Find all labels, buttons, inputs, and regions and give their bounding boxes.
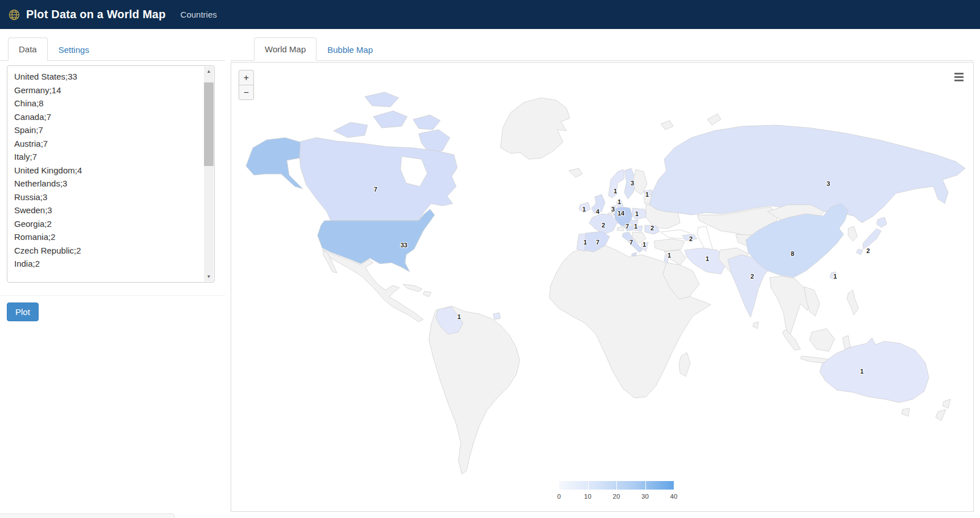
country-value-label: 14 (618, 210, 625, 217)
country-value-label: 1 (583, 239, 587, 246)
zoom-out-button[interactable]: − (239, 85, 254, 100)
zoom-in-button[interactable]: + (239, 70, 254, 85)
tab-data[interactable]: Data (8, 38, 48, 61)
country-value-label: 2 (602, 222, 605, 229)
map-navigation: + − (239, 70, 254, 100)
country-value-label: 7 (596, 239, 599, 246)
navbar: Plot Data on a World Map Countries (0, 0, 980, 29)
country-data-lines: United States;33 Germany;14 China;8 Cana… (7, 66, 214, 275)
divider (0, 295, 225, 296)
legend-gradient-bar (559, 481, 674, 490)
legend-tick-labels: 010203040 (559, 493, 674, 502)
nav-link-countries[interactable]: Countries (181, 10, 217, 19)
legend-tick-label: 30 (641, 493, 649, 500)
country-value-label: 7 (629, 239, 633, 246)
country-value-label: 1 (643, 241, 646, 248)
legend-tick-label: 0 (557, 493, 561, 500)
brand: Plot Data on a World Map (8, 8, 166, 21)
country-value-label: 2 (866, 247, 870, 254)
country-value-label: 4 (596, 208, 600, 215)
country-value-label: 2 (689, 235, 693, 242)
scrollbar-thumb[interactable] (204, 82, 214, 166)
country-value-label: 1 (614, 188, 617, 194)
country-value-label: 1 (668, 252, 671, 259)
country-value-label: 1 (457, 313, 461, 320)
textarea-scrollbar[interactable]: ▲ ▼ (204, 67, 214, 281)
right-panel: World Map Bubble Map + − (231, 38, 974, 512)
tab-bubble-map[interactable]: Bubble Map (316, 38, 383, 61)
country-value-label: 3 (611, 206, 615, 213)
tab-world-map[interactable]: World Map (254, 38, 316, 61)
country-value-label: 1 (706, 255, 709, 262)
map-tabbar: World Map Bubble Map (231, 38, 974, 61)
country-value-label: 8 (791, 250, 794, 257)
country-value-label: 1 (860, 368, 864, 375)
left-tabbar: Data Settings (0, 38, 225, 61)
plot-button[interactable]: Plot (7, 302, 39, 321)
tab-settings[interactable]: Settings (48, 38, 100, 61)
country-value-label: 33 (401, 242, 407, 248)
country-shape[interactable] (820, 338, 929, 403)
hamburger-menu-icon (954, 73, 964, 74)
country-data-textarea[interactable]: United States;33 Germany;14 China;8 Cana… (7, 65, 215, 283)
legend-tick-label: 40 (670, 493, 678, 500)
legend-tick-label: 10 (584, 493, 591, 500)
country-value-label: 1 (582, 206, 586, 213)
left-panel: Data Settings United States;33 Germany;1… (0, 38, 225, 321)
country-value-label: 7 (625, 223, 629, 230)
page-title: Plot Data on a World Map (26, 8, 166, 21)
country-value-label: 2 (650, 225, 654, 231)
globe-icon (8, 9, 20, 21)
country-value-label: 1 (634, 223, 637, 230)
country-value-label: 3 (631, 180, 634, 187)
country-value-label: 2 (750, 273, 754, 280)
scroll-down-icon[interactable]: ▼ (204, 272, 214, 281)
scroll-up-icon[interactable]: ▲ (204, 67, 214, 76)
country-value-label: 1 (833, 273, 837, 280)
world-map[interactable]: 3314877774333222221111111111111 (231, 63, 973, 511)
chart-context-menu-button[interactable] (952, 71, 966, 83)
country-value-label: 1 (645, 191, 649, 198)
country-value-label: 1 (618, 198, 621, 205)
country-value-label: 3 (827, 180, 830, 187)
country-shape[interactable] (333, 122, 368, 138)
bottom-partial-panel (0, 513, 175, 518)
country-value-label: 7 (374, 186, 377, 193)
color-axis-legend: 010203040 (559, 481, 674, 502)
legend-tick-label: 20 (613, 493, 620, 500)
country-value-label: 1 (635, 210, 639, 217)
world-map-chart: + − (231, 62, 974, 512)
